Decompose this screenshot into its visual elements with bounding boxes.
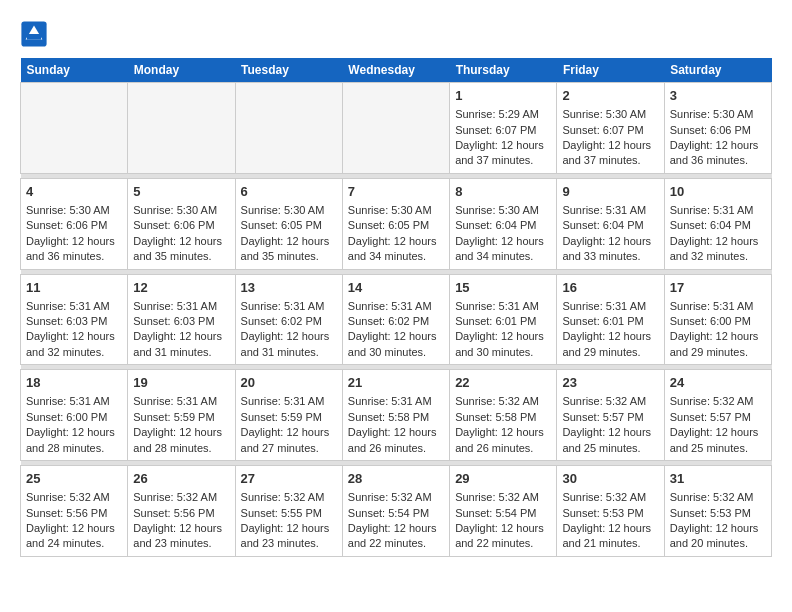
day-header-monday: Monday: [128, 58, 235, 83]
day-number: 27: [241, 470, 337, 488]
daylight-label: Daylight: 12 hours and 34 minutes.: [455, 234, 551, 265]
daylight-label: Daylight: 12 hours and 20 minutes.: [670, 521, 766, 552]
sunset-line: Sunset: 5:56 PM: [26, 506, 122, 521]
daylight-label: Daylight: 12 hours and 24 minutes.: [26, 521, 122, 552]
sunrise-line: Sunrise: 5:31 AM: [670, 299, 766, 314]
svg-rect-2: [27, 34, 41, 40]
day-number: 31: [670, 470, 766, 488]
day-cell-22: 22Sunrise: 5:32 AMSunset: 5:58 PMDayligh…: [450, 370, 557, 461]
daylight-label: Daylight: 12 hours and 33 minutes.: [562, 234, 658, 265]
week-row-5: 25Sunrise: 5:32 AMSunset: 5:56 PMDayligh…: [21, 466, 772, 557]
sunset-line: Sunset: 6:06 PM: [26, 218, 122, 233]
sunset-line: Sunset: 6:06 PM: [133, 218, 229, 233]
day-number: 16: [562, 279, 658, 297]
day-header-thursday: Thursday: [450, 58, 557, 83]
daylight-label: Daylight: 12 hours and 23 minutes.: [241, 521, 337, 552]
sunrise-line: Sunrise: 5:31 AM: [670, 203, 766, 218]
sunset-line: Sunset: 5:54 PM: [455, 506, 551, 521]
sunrise-line: Sunrise: 5:30 AM: [670, 107, 766, 122]
day-number: 21: [348, 374, 444, 392]
day-number: 8: [455, 183, 551, 201]
sunset-line: Sunset: 6:04 PM: [670, 218, 766, 233]
day-number: 26: [133, 470, 229, 488]
sunset-line: Sunset: 5:57 PM: [562, 410, 658, 425]
day-cell-empty-0: [21, 83, 128, 174]
day-number: 19: [133, 374, 229, 392]
sunrise-line: Sunrise: 5:30 AM: [241, 203, 337, 218]
day-number: 12: [133, 279, 229, 297]
daylight-label: Daylight: 12 hours and 25 minutes.: [670, 425, 766, 456]
day-cell-7: 7Sunrise: 5:30 AMSunset: 6:05 PMDaylight…: [342, 178, 449, 269]
day-header-tuesday: Tuesday: [235, 58, 342, 83]
sunrise-line: Sunrise: 5:31 AM: [133, 394, 229, 409]
day-number: 30: [562, 470, 658, 488]
day-cell-23: 23Sunrise: 5:32 AMSunset: 5:57 PMDayligh…: [557, 370, 664, 461]
day-number: 29: [455, 470, 551, 488]
daylight-label: Daylight: 12 hours and 36 minutes.: [26, 234, 122, 265]
daylight-label: Daylight: 12 hours and 36 minutes.: [670, 138, 766, 169]
day-cell-29: 29Sunrise: 5:32 AMSunset: 5:54 PMDayligh…: [450, 466, 557, 557]
sunrise-line: Sunrise: 5:32 AM: [455, 490, 551, 505]
daylight-label: Daylight: 12 hours and 22 minutes.: [348, 521, 444, 552]
day-cell-16: 16Sunrise: 5:31 AMSunset: 6:01 PMDayligh…: [557, 274, 664, 365]
sunrise-line: Sunrise: 5:32 AM: [133, 490, 229, 505]
day-number: 5: [133, 183, 229, 201]
sunrise-line: Sunrise: 5:32 AM: [241, 490, 337, 505]
sunset-line: Sunset: 6:06 PM: [670, 123, 766, 138]
day-cell-31: 31Sunrise: 5:32 AMSunset: 5:53 PMDayligh…: [664, 466, 771, 557]
day-number: 22: [455, 374, 551, 392]
day-cell-12: 12Sunrise: 5:31 AMSunset: 6:03 PMDayligh…: [128, 274, 235, 365]
day-cell-2: 2Sunrise: 5:30 AMSunset: 6:07 PMDaylight…: [557, 83, 664, 174]
sunset-line: Sunset: 6:01 PM: [562, 314, 658, 329]
day-cell-17: 17Sunrise: 5:31 AMSunset: 6:00 PMDayligh…: [664, 274, 771, 365]
daylight-label: Daylight: 12 hours and 26 minutes.: [455, 425, 551, 456]
week-row-3: 11Sunrise: 5:31 AMSunset: 6:03 PMDayligh…: [21, 274, 772, 365]
sunset-line: Sunset: 6:02 PM: [241, 314, 337, 329]
day-number: 13: [241, 279, 337, 297]
day-header-sunday: Sunday: [21, 58, 128, 83]
day-cell-5: 5Sunrise: 5:30 AMSunset: 6:06 PMDaylight…: [128, 178, 235, 269]
sunset-line: Sunset: 5:58 PM: [455, 410, 551, 425]
day-number: 11: [26, 279, 122, 297]
day-cell-21: 21Sunrise: 5:31 AMSunset: 5:58 PMDayligh…: [342, 370, 449, 461]
sunrise-line: Sunrise: 5:30 AM: [455, 203, 551, 218]
day-number: 6: [241, 183, 337, 201]
day-cell-19: 19Sunrise: 5:31 AMSunset: 5:59 PMDayligh…: [128, 370, 235, 461]
daylight-label: Daylight: 12 hours and 23 minutes.: [133, 521, 229, 552]
day-cell-14: 14Sunrise: 5:31 AMSunset: 6:02 PMDayligh…: [342, 274, 449, 365]
week-row-1: 1Sunrise: 5:29 AMSunset: 6:07 PMDaylight…: [21, 83, 772, 174]
day-number: 10: [670, 183, 766, 201]
daylight-label: Daylight: 12 hours and 32 minutes.: [670, 234, 766, 265]
day-cell-25: 25Sunrise: 5:32 AMSunset: 5:56 PMDayligh…: [21, 466, 128, 557]
week-row-2: 4Sunrise: 5:30 AMSunset: 6:06 PMDaylight…: [21, 178, 772, 269]
day-number: 3: [670, 87, 766, 105]
sunrise-line: Sunrise: 5:32 AM: [562, 394, 658, 409]
sunset-line: Sunset: 6:03 PM: [133, 314, 229, 329]
daylight-label: Daylight: 12 hours and 28 minutes.: [133, 425, 229, 456]
sunset-line: Sunset: 5:53 PM: [562, 506, 658, 521]
sunset-line: Sunset: 6:05 PM: [348, 218, 444, 233]
daylight-label: Daylight: 12 hours and 32 minutes.: [26, 329, 122, 360]
sunrise-line: Sunrise: 5:31 AM: [26, 299, 122, 314]
day-number: 20: [241, 374, 337, 392]
day-cell-27: 27Sunrise: 5:32 AMSunset: 5:55 PMDayligh…: [235, 466, 342, 557]
page-header: [20, 20, 772, 48]
day-header-saturday: Saturday: [664, 58, 771, 83]
day-number: 7: [348, 183, 444, 201]
day-number: 1: [455, 87, 551, 105]
day-number: 17: [670, 279, 766, 297]
sunrise-line: Sunrise: 5:31 AM: [241, 299, 337, 314]
sunset-line: Sunset: 6:07 PM: [455, 123, 551, 138]
day-number: 14: [348, 279, 444, 297]
sunrise-line: Sunrise: 5:29 AM: [455, 107, 551, 122]
day-number: 2: [562, 87, 658, 105]
sunset-line: Sunset: 5:53 PM: [670, 506, 766, 521]
sunset-line: Sunset: 5:58 PM: [348, 410, 444, 425]
day-header-friday: Friday: [557, 58, 664, 83]
day-number: 9: [562, 183, 658, 201]
day-cell-6: 6Sunrise: 5:30 AMSunset: 6:05 PMDaylight…: [235, 178, 342, 269]
day-cell-1: 1Sunrise: 5:29 AMSunset: 6:07 PMDaylight…: [450, 83, 557, 174]
sunrise-line: Sunrise: 5:31 AM: [26, 394, 122, 409]
sunrise-line: Sunrise: 5:31 AM: [562, 299, 658, 314]
daylight-label: Daylight: 12 hours and 30 minutes.: [455, 329, 551, 360]
